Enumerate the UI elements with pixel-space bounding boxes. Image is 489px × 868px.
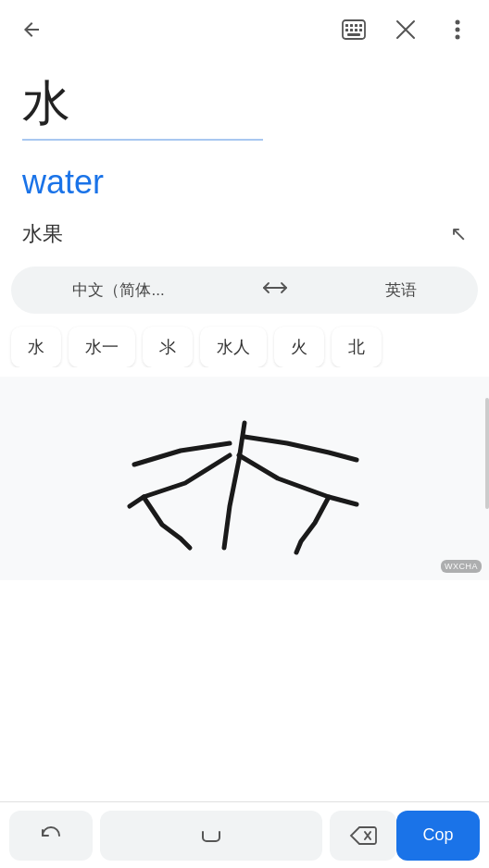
- word-chip[interactable]: 火: [274, 327, 324, 367]
- svg-rect-4: [359, 24, 362, 27]
- scrollbar[interactable]: [485, 398, 489, 509]
- handwriting-area[interactable]: WXCHA: [0, 377, 489, 580]
- suggestion-row: 水果 ↖: [0, 202, 489, 248]
- chinese-char[interactable]: 水: [22, 74, 467, 131]
- input-area: 水: [0, 59, 489, 141]
- enter-button[interactable]: Cop: [396, 811, 480, 861]
- word-chip[interactable]: 水人: [200, 327, 267, 367]
- source-language-button[interactable]: 中文（简体...: [61, 276, 175, 304]
- svg-rect-5: [345, 29, 348, 31]
- more-button[interactable]: [441, 13, 474, 46]
- svg-rect-2: [350, 24, 353, 27]
- close-button[interactable]: [389, 13, 422, 46]
- target-language-button[interactable]: 英语: [374, 276, 428, 304]
- top-bar: [0, 0, 489, 59]
- word-chip[interactable]: 水一: [69, 327, 135, 367]
- word-chip[interactable]: 北: [332, 327, 382, 367]
- svg-rect-7: [355, 29, 357, 31]
- svg-point-12: [456, 35, 460, 40]
- suggestion-arrow-icon[interactable]: ↖: [450, 222, 467, 246]
- svg-rect-1: [345, 24, 348, 27]
- bottom-toolbar: Cop: [0, 801, 489, 868]
- word-chip[interactable]: 水: [11, 327, 61, 367]
- space-button[interactable]: [100, 811, 322, 861]
- svg-point-10: [456, 20, 460, 25]
- word-chip[interactable]: 氺: [143, 327, 193, 367]
- svg-rect-8: [359, 29, 362, 31]
- undo-button[interactable]: [9, 811, 93, 861]
- language-swap-button[interactable]: [262, 279, 288, 303]
- keyboard-button[interactable]: [337, 13, 370, 46]
- word-strip: 水水一氺水人火北: [0, 314, 489, 367]
- language-bar: 中文（简体... 英语: [11, 267, 478, 314]
- svg-rect-3: [355, 24, 357, 27]
- translation-result: water: [0, 141, 489, 202]
- svg-rect-6: [350, 29, 353, 31]
- wxcha-watermark: WXCHA: [441, 560, 482, 573]
- back-button[interactable]: [15, 13, 48, 46]
- svg-rect-9: [347, 33, 360, 36]
- suggestion-text[interactable]: 水果: [22, 220, 63, 248]
- svg-point-11: [456, 28, 460, 32]
- delete-button[interactable]: [330, 811, 396, 861]
